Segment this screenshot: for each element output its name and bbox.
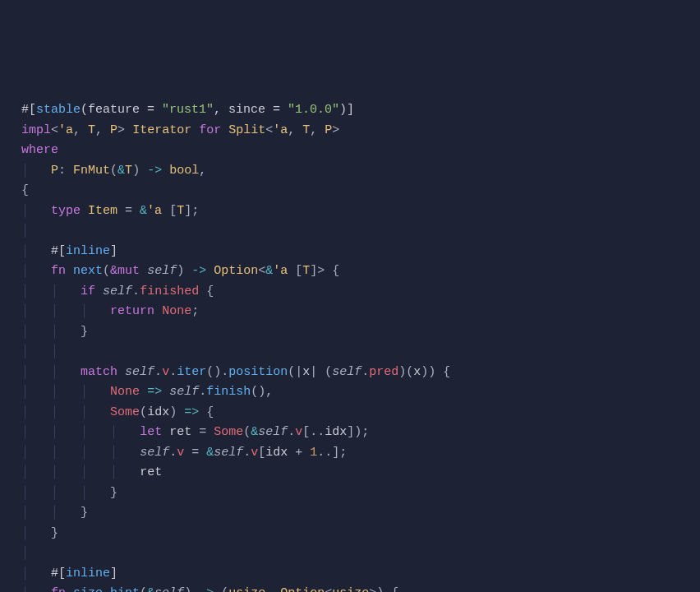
fn-next: next xyxy=(73,264,103,278)
brace-close: } xyxy=(81,325,88,339)
type-bool: bool xyxy=(169,164,199,178)
string-literal: "rust1" xyxy=(162,103,214,117)
method-iter: iter xyxy=(177,365,206,379)
var-ret: ret xyxy=(169,425,191,439)
keyword-let: let xyxy=(140,425,162,439)
field-finished: finished xyxy=(140,284,199,298)
code-editor[interactable]: #[stable(feature = "rust1", since = "1.0… xyxy=(21,100,700,592)
keyword-type: type xyxy=(51,204,81,218)
keyword-match: match xyxy=(81,365,117,379)
self-param: self xyxy=(147,264,177,278)
string-literal: "1.0.0" xyxy=(288,103,339,117)
trait-iterator: Iterator xyxy=(132,123,191,137)
method-finish: finish xyxy=(206,385,251,399)
attribute-inline: #[ xyxy=(51,244,66,258)
keyword-return: return xyxy=(110,304,154,318)
attribute: #[ xyxy=(21,103,36,117)
keyword-impl: impl xyxy=(21,123,51,137)
field-pred: pred xyxy=(369,365,398,379)
keyword-where: where xyxy=(21,143,58,157)
keyword-fn: fn xyxy=(51,264,66,278)
type-option: Option xyxy=(214,264,258,278)
brace-open: { xyxy=(21,183,29,197)
var-ret: ret xyxy=(140,465,162,479)
fn-size-hint: size_hint xyxy=(73,586,140,592)
assoc-type-item: Item xyxy=(88,204,117,218)
type-usize: usize xyxy=(228,586,265,592)
attr-name: stable xyxy=(36,103,81,117)
variant-none: None xyxy=(110,385,140,399)
type-split: Split xyxy=(228,123,265,137)
field-v: v xyxy=(162,365,169,379)
attribute-inline: #[ xyxy=(51,567,66,580)
method-position: position xyxy=(228,365,288,379)
number-literal: 1 xyxy=(310,446,317,460)
trait-fnmut: FnMut xyxy=(73,164,110,178)
variant-some: Some xyxy=(110,405,140,419)
variant-none: None xyxy=(162,304,191,318)
keyword-if: if xyxy=(81,284,95,298)
